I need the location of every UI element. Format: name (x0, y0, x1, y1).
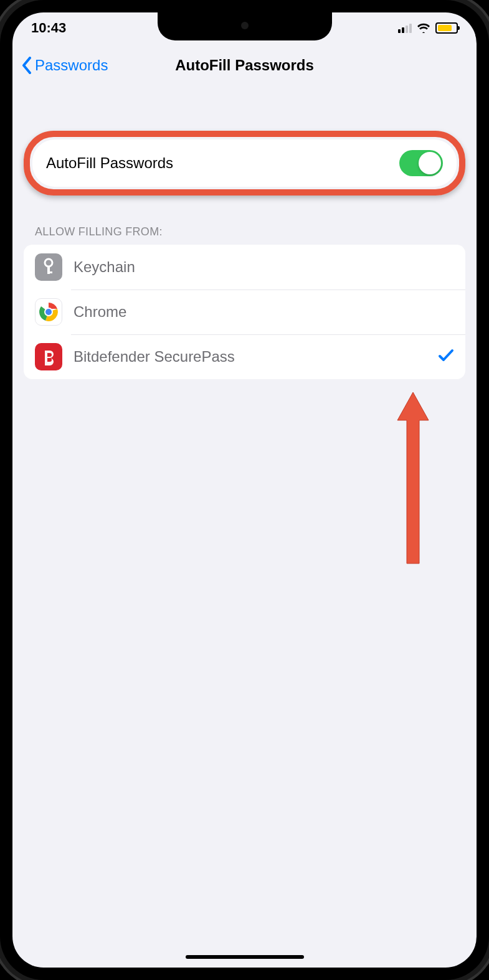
autofill-callout: AutoFill Passwords (24, 131, 465, 196)
chrome-icon (35, 298, 62, 326)
autofill-row[interactable]: AutoFill Passwords (32, 139, 457, 187)
svg-rect-2 (47, 271, 52, 273)
battery-fill (438, 25, 452, 31)
checkmark-icon (438, 349, 454, 365)
svg-point-5 (45, 309, 52, 315)
provider-row-keychain[interactable]: Keychain (24, 245, 465, 290)
autofill-label: AutoFill Passwords (46, 154, 173, 172)
home-indicator[interactable] (186, 955, 304, 959)
provider-label: Chrome (74, 303, 454, 321)
provider-label: Keychain (74, 258, 454, 276)
keychain-icon (35, 253, 62, 281)
provider-row-chrome[interactable]: Chrome (24, 290, 465, 334)
provider-label: Bitdefender SecurePass (74, 348, 427, 365)
autofill-toggle[interactable] (399, 150, 443, 176)
cellular-signal-icon (398, 24, 412, 33)
phone-screen: 10:43 Passwords AutoFill Passwo (12, 12, 477, 968)
providers-list: Keychain Chrome (24, 245, 465, 379)
nav-bar: Passwords AutoFill Passwords (12, 44, 477, 87)
battery-icon (435, 22, 458, 34)
content: AutoFill Passwords ALLOW FILLING FROM: K… (12, 131, 477, 379)
phone-frame: 10:43 Passwords AutoFill Passwo (0, 0, 489, 980)
notch (158, 12, 332, 40)
section-header: ALLOW FILLING FROM: (24, 225, 465, 245)
page-title: AutoFill Passwords (175, 57, 314, 74)
annotation-arrow-icon (391, 392, 435, 569)
back-button[interactable]: Passwords (21, 57, 108, 74)
bitdefender-icon (35, 343, 62, 370)
wifi-icon (417, 23, 430, 33)
svg-point-0 (45, 259, 52, 266)
status-time: 10:43 (31, 20, 66, 36)
provider-row-bitdefender[interactable]: Bitdefender SecurePass (24, 334, 465, 379)
back-label: Passwords (35, 57, 108, 74)
status-right (398, 22, 458, 34)
chevron-left-icon (21, 57, 32, 74)
callout-ring: AutoFill Passwords (24, 131, 465, 196)
